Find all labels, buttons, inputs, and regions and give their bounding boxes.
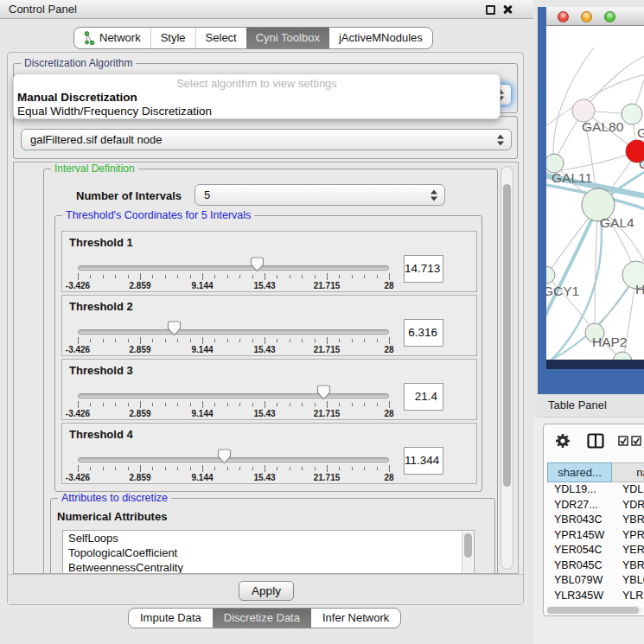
table-cell-shared-name[interactable]: YLR345W (547, 589, 612, 604)
tab-style[interactable]: Style (150, 28, 195, 48)
split-columns-icon[interactable] (587, 433, 604, 449)
threshold-panel: Threshold 4 -3.4262.8599.14415.4321.7152… (61, 423, 477, 484)
slider-thumb-icon[interactable] (250, 257, 265, 272)
threshold-slider[interactable]: -3.4262.8599.14415.4321.71528 (78, 296, 389, 357)
settings-vertical-scrollbar[interactable] (501, 166, 513, 570)
slider-track[interactable] (78, 265, 389, 271)
network-node-label: GAL4 (600, 215, 634, 230)
traffic-light-zoom-icon[interactable] (604, 11, 615, 22)
threshold-slider[interactable]: -3.4262.8599.14415.4321.71528 (78, 424, 389, 485)
attributes-scrollbar-thumb[interactable] (464, 533, 472, 558)
traffic-light-close-icon[interactable] (558, 11, 569, 22)
slider-tick (128, 275, 129, 278)
table-row[interactable]: YER054C YER054C (547, 543, 644, 558)
slider-tick (352, 403, 353, 406)
combo-arrows-icon (497, 134, 505, 145)
threshold-value-field[interactable]: 11.344 (404, 447, 443, 475)
network-node-label: C (639, 156, 644, 171)
numerical-attributes-list[interactable]: SelfLoopsTopologicalCoefficientBetweenne… (62, 530, 475, 574)
column-header-shared-name[interactable]: shared... (547, 462, 612, 482)
table-horizontal-scrollbar[interactable] (546, 606, 643, 615)
slider-tick (290, 403, 290, 406)
slider-track[interactable] (78, 393, 389, 399)
attribute-list-item[interactable]: BetweennessCentrality (63, 560, 474, 574)
table-row[interactable]: YBR045C YBR045C (547, 558, 644, 574)
slider-thumb-icon[interactable] (217, 449, 232, 464)
slider-thumb-icon[interactable] (316, 385, 331, 400)
table-cell-name[interactable]: YLR345W (612, 589, 644, 604)
threshold-panel: Threshold 1 -3.4262.8599.14415.4321.7152… (61, 231, 477, 292)
slider-thumb-icon[interactable] (167, 321, 182, 336)
apply-button[interactable]: Apply (239, 581, 294, 601)
table-cell-name[interactable]: YPR145W (612, 528, 644, 544)
threshold-slider[interactable]: -3.4262.8599.14415.4321.71528 (78, 360, 389, 421)
table-cell-name[interactable]: YDL19... (612, 482, 644, 498)
slider-track[interactable] (78, 457, 389, 462)
attributes-list-scrollbar[interactable] (462, 532, 473, 574)
close-icon[interactable] (502, 4, 513, 15)
table-panel-title: Table Panel (548, 394, 607, 417)
table-row[interactable]: YDR27... YDR27... (547, 498, 644, 513)
table-row[interactable]: YBR043C YBR043C (547, 513, 644, 528)
column-header-name[interactable]: name (612, 462, 644, 482)
slider-tick (165, 403, 166, 406)
slider-track[interactable] (78, 329, 389, 335)
table-cell-shared-name[interactable]: YER054C (547, 543, 612, 558)
settings-gear-icon[interactable] (554, 432, 571, 450)
tab-jactivemnodules[interactable]: jActiveMNodules (329, 28, 432, 48)
network-graph[interactable]: GAL80GACGAL11GAL4GCY1HHAP2 (546, 26, 644, 360)
table-cell-shared-name[interactable]: YDR27... (547, 498, 612, 513)
table-cell-shared-name[interactable]: YDL19... (547, 482, 612, 498)
threshold-value-field[interactable]: 6.316 (404, 319, 443, 347)
slider-tick (128, 403, 129, 406)
table-cell-name[interactable]: YER054C (612, 543, 644, 558)
popup-item-equal-width-frequency[interactable]: Equal Width/Frequency Discretization (17, 105, 212, 118)
traffic-light-minimize-icon[interactable] (581, 11, 592, 22)
number-of-intervals-combobox[interactable]: 5 (194, 184, 445, 206)
slider-tick (202, 273, 203, 280)
slider-tick (190, 467, 191, 470)
tab-network[interactable]: Network (74, 28, 150, 48)
table-cell-shared-name[interactable]: YBL079W (547, 573, 612, 589)
settings-scrollbar-thumb[interactable] (503, 184, 511, 487)
threshold-value-field[interactable]: 14.713 (404, 255, 443, 283)
algorithm-dropdown-popup: Select algorithm to view settings Manual… (13, 73, 501, 119)
network-canvas[interactable]: GAL80GACGAL11GAL4GCY1HHAP2 (546, 26, 644, 360)
table-cell-shared-name[interactable]: YPR145W (547, 528, 612, 544)
tab-select[interactable]: Select (195, 28, 246, 48)
table-cell-name[interactable]: YBL079W (612, 573, 644, 589)
slider-tick (90, 403, 91, 406)
tab-discretize-data[interactable]: Discretize Data (213, 609, 311, 628)
attribute-list-item[interactable]: TopologicalCoefficient (63, 545, 474, 560)
table-cell-shared-name[interactable]: YBR043C (547, 513, 612, 528)
threshold-value-field[interactable]: 21.4 (404, 383, 443, 411)
slider-scale-label: 28 (384, 281, 393, 290)
table-row[interactable]: YBL079W YBL079W (547, 573, 644, 589)
table-cell-name[interactable]: YDR27... (612, 498, 644, 513)
table-row[interactable]: YDL19... YDL19... (547, 482, 644, 498)
threshold-slider[interactable]: -3.4262.8599.14415.4321.71528 (78, 232, 389, 293)
float-window-icon[interactable] (486, 5, 495, 15)
table-data-combobox[interactable]: galFiltered.sif default node (21, 129, 512, 150)
attribute-list-item[interactable]: SelfLoops (63, 531, 474, 545)
thresholds-group: Threshold's Coordinates for 5 Intervals … (54, 215, 482, 492)
slider-scale-labels: -3.4262.8599.14415.4321.71528 (78, 345, 389, 355)
slider-tick (277, 403, 277, 406)
threshold-panel: Threshold 3 -3.4262.8599.14415.4321.7152… (61, 359, 477, 420)
tab-infer-network[interactable]: Infer Network (311, 609, 400, 628)
table-hscrollbar-thumb[interactable] (547, 607, 639, 614)
table-cell-name[interactable]: YBR043C (612, 513, 644, 528)
table-row[interactable]: YPR145W YPR145W (547, 528, 644, 544)
table-row[interactable]: YLR345W YLR345W (547, 589, 644, 604)
tab-cyni-toolbox[interactable]: Cyni Toolbox (246, 28, 329, 48)
select-columns-checkboxes-icon[interactable] (618, 436, 641, 446)
popup-item-manual-discretization[interactable]: Manual Discretization (17, 91, 137, 104)
tab-impute-data[interactable]: Impute Data (129, 609, 213, 628)
table-cell-shared-name[interactable]: YBR045C (547, 558, 612, 574)
network-edge (583, 54, 644, 111)
table-cell-name[interactable]: YBR045C (612, 558, 644, 574)
network-node[interactable] (613, 352, 632, 360)
network-node[interactable] (622, 104, 642, 124)
slider-tick (290, 339, 290, 342)
network-node[interactable] (546, 266, 555, 284)
